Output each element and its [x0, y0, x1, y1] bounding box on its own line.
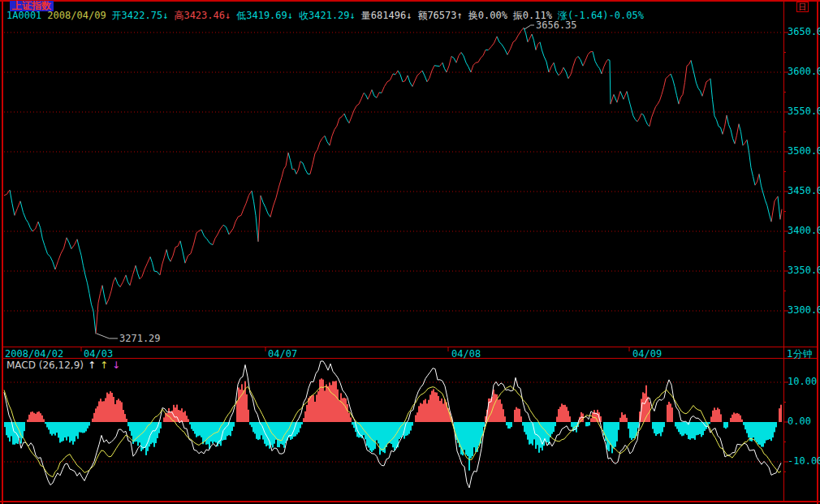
price-y-axis-label: 3350.0 [788, 265, 820, 276]
dif-up-arrow-icon: ↑ [88, 360, 96, 371]
quote-field-0: 1A0001 [6, 10, 41, 21]
price-high-annotation: 3656.35 [536, 20, 577, 30]
macd-y-axis-label: 10.00 [788, 377, 817, 387]
quote-field-7: 额76573↑ [417, 10, 462, 21]
quote-field-5: 收3421.29↓ [299, 10, 356, 21]
period-badge[interactable]: 日 [796, 2, 809, 12]
quote-field-2: 开3422.75↓ [112, 10, 169, 21]
chart-graphics [0, 0, 820, 504]
window-border-bottom [0, 501, 820, 502]
price-y-axis-label: 3450.0 [788, 186, 820, 196]
price-y-axis-label: 3300.0 [788, 305, 820, 316]
macd-arrows: ↑↑↓ [84, 360, 120, 371]
price-y-axis-label: 3500.0 [788, 146, 820, 157]
x-axis-date-label: 2008/04/02 [5, 349, 63, 359]
window-border-top [0, 0, 820, 2]
axis-separator-vertical [783, 2, 784, 501]
macd-y-axis-label: -10.00 [788, 456, 820, 467]
x-axis-date-label: 04/09 [632, 349, 662, 359]
price-low-annotation: 3271.29 [119, 334, 161, 343]
quote-field-4: 低3419.69↓ [236, 10, 293, 21]
price-y-axis-label: 3550.0 [788, 106, 820, 117]
macd-indicator-label: MACD (26,12,9) [6, 360, 84, 371]
x-axis-date-label: 04/07 [268, 349, 297, 359]
app-window: 上证指数 日 1A00012008/04/09开3422.75↓高3423.46… [0, 0, 820, 504]
macd-caption: MACD (26,12,9)↑↑↓ [6, 360, 120, 371]
price-y-axis-label: 3600.0 [788, 67, 820, 77]
price-y-axis-label: 3400.0 [788, 226, 820, 236]
macd-down-arrow-icon: ↓ [112, 360, 120, 371]
price-y-axis-label: 3650.0 [788, 27, 820, 37]
window-border-left [2, 0, 3, 504]
dea-up-arrow-icon: ↑ [100, 360, 108, 371]
xaxis-strip-bottom-line [2, 358, 818, 359]
quote-field-8: 换0.00% [468, 10, 507, 21]
x-axis-date-label: 04/03 [84, 349, 113, 359]
quote-field-1: 2008/04/09 [47, 10, 106, 21]
quote-field-6: 量681496↓ [361, 10, 412, 21]
interval-label[interactable]: 1分钟 [787, 349, 813, 359]
macd-y-axis-label: 0.00 [788, 416, 811, 427]
xaxis-strip-top-line [2, 347, 818, 347]
price-line[interactable] [4, 28, 782, 334]
quote-field-3: 高3423.46↓ [174, 10, 231, 21]
x-axis-date-label: 04/08 [451, 349, 481, 359]
